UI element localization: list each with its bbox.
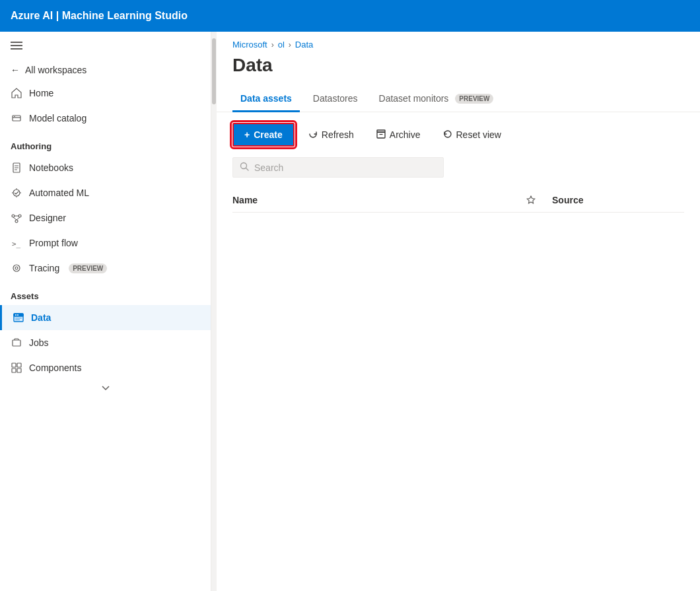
hamburger-button[interactable] — [0, 32, 211, 59]
authoring-section-label: Authoring — [0, 131, 211, 155]
svg-line-11 — [13, 217, 17, 220]
breadcrumb-microsoft[interactable]: Microsoft — [232, 40, 267, 50]
col-header-source: Source — [552, 195, 684, 205]
search-input[interactable] — [254, 162, 437, 173]
scroll-down-indicator — [0, 380, 211, 396]
data-icon — [13, 312, 24, 324]
sidebar-item-jobs-label: Jobs — [29, 337, 49, 348]
jobs-icon — [11, 337, 22, 349]
col-header-star — [520, 195, 542, 205]
tracing-preview-badge: PREVIEW — [69, 263, 107, 273]
breadcrumb-ol[interactable]: ol — [278, 40, 285, 50]
sidebar-scroll-thumb — [212, 38, 216, 104]
svg-text:>_: >_ — [12, 240, 21, 248]
assets-section-label: Assets — [0, 281, 211, 305]
back-button[interactable]: ← All workspaces — [0, 59, 211, 81]
breadcrumb: Microsoft › ol › Data — [217, 32, 700, 50]
main-layout: ← All workspaces Home — [0, 32, 700, 591]
toolbar: + Create Refresh — [217, 112, 700, 157]
svg-rect-20 — [15, 318, 22, 319]
sidebar-item-home-label: Home — [29, 88, 53, 98]
tab-dataset-monitors[interactable]: Dataset monitors PREVIEW — [371, 87, 502, 112]
sidebar-item-designer-label: Designer — [29, 213, 66, 223]
search-icon — [240, 162, 249, 173]
svg-rect-22 — [13, 340, 20, 346]
page-title: Data — [217, 50, 700, 87]
sidebar-item-data[interactable]: Data — [0, 305, 211, 330]
sidebar-item-automated-ml-label: Automated ML — [29, 188, 89, 198]
svg-rect-24 — [17, 363, 21, 367]
svg-point-9 — [15, 220, 18, 223]
refresh-icon — [308, 129, 318, 141]
breadcrumb-sep-1: › — [271, 40, 274, 50]
reset-icon — [443, 129, 452, 141]
automl-icon — [11, 187, 22, 199]
sidebar-item-components[interactable]: Components — [0, 355, 211, 380]
sidebar-item-tracing[interactable]: Tracing PREVIEW — [0, 256, 211, 281]
hamburger-icon — [11, 42, 200, 50]
content-area: Microsoft › ol › Data Data Data assets D… — [217, 32, 700, 591]
search-input-wrapper — [232, 157, 444, 178]
create-button[interactable]: + Create — [232, 123, 295, 147]
tab-data-assets[interactable]: Data assets — [232, 87, 300, 112]
sidebar-item-jobs[interactable]: Jobs — [0, 330, 211, 355]
sidebar-item-notebooks[interactable]: Notebooks — [0, 155, 211, 180]
sidebar-item-components-label: Components — [29, 363, 81, 373]
svg-point-8 — [18, 215, 21, 217]
svg-rect-23 — [12, 363, 16, 367]
sidebar-item-home[interactable]: Home — [0, 81, 211, 106]
components-icon — [11, 362, 22, 374]
tabs-container: Data assets Datastores Dataset monitors … — [217, 87, 700, 112]
col-header-name: Name — [232, 195, 510, 205]
sidebar-item-automated-ml[interactable]: Automated ML — [0, 180, 211, 205]
sidebar-item-prompt-flow-label: Prompt flow — [29, 238, 78, 248]
table-area: Name Source — [217, 188, 700, 591]
svg-point-15 — [15, 267, 18, 269]
sidebar: ← All workspaces Home — [0, 32, 211, 591]
svg-rect-21 — [15, 320, 20, 321]
topbar: Azure AI | Machine Learning Studio — [0, 0, 700, 32]
svg-point-6 — [13, 190, 20, 196]
table-header: Name Source — [232, 188, 684, 213]
archive-icon — [376, 129, 386, 141]
breadcrumb-current: Data — [295, 40, 313, 50]
sidebar-item-model-catalog[interactable]: Model catalog — [0, 106, 211, 131]
svg-point-19 — [17, 314, 18, 316]
refresh-label: Refresh — [322, 129, 354, 140]
svg-point-1 — [14, 116, 15, 118]
sidebar-item-prompt-flow[interactable]: >_ Prompt flow — [0, 230, 211, 256]
reset-view-button[interactable]: Reset view — [435, 123, 510, 147]
svg-rect-27 — [377, 132, 385, 138]
breadcrumb-sep-2: › — [289, 40, 291, 50]
sidebar-scrollbar[interactable] — [211, 32, 217, 591]
prompt-flow-icon: >_ — [11, 237, 22, 249]
sidebar-item-model-catalog-label: Model catalog — [29, 113, 87, 123]
svg-line-12 — [17, 217, 20, 220]
home-icon — [11, 87, 22, 99]
svg-rect-0 — [13, 116, 20, 121]
archive-label: Archive — [390, 129, 421, 140]
sidebar-item-notebooks-label: Notebooks — [29, 162, 73, 173]
svg-line-31 — [246, 168, 249, 171]
reset-view-label: Reset view — [456, 129, 501, 140]
search-container — [217, 157, 700, 188]
svg-rect-28 — [377, 130, 385, 132]
app-title: Azure AI | Machine Learning Studio — [11, 10, 188, 22]
tracing-icon — [11, 262, 22, 274]
svg-point-14 — [13, 265, 20, 271]
svg-point-7 — [12, 215, 15, 217]
svg-point-18 — [15, 314, 17, 316]
create-label: Create — [254, 129, 283, 140]
svg-rect-25 — [12, 368, 16, 372]
archive-button[interactable]: Archive — [368, 123, 429, 147]
back-arrow-icon: ← — [11, 65, 20, 75]
notebooks-icon — [11, 162, 22, 174]
model-catalog-icon — [11, 112, 22, 124]
sidebar-item-data-label: Data — [31, 312, 51, 323]
refresh-button[interactable]: Refresh — [300, 123, 363, 147]
sidebar-wrapper: ← All workspaces Home — [0, 32, 217, 591]
tab-datastores[interactable]: Datastores — [305, 87, 366, 112]
dataset-monitors-preview-badge: PREVIEW — [455, 94, 493, 104]
sidebar-item-designer[interactable]: Designer — [0, 205, 211, 230]
svg-rect-26 — [17, 368, 21, 372]
